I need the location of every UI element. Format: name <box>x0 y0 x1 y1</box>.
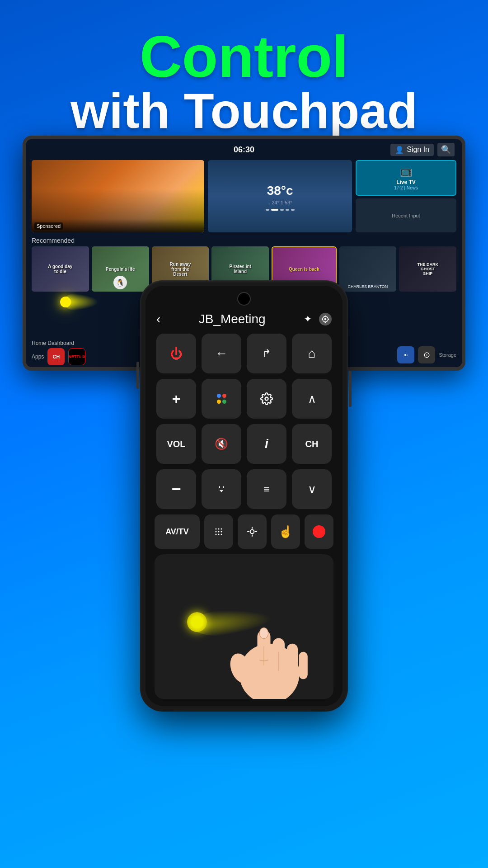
svg-point-9 <box>218 534 220 535</box>
tv-hero-row: Sponsored 38°c ↓ 24° 1:53° 📺 <box>26 160 462 232</box>
tv-topbar: 06:30 👤 Sign In 🔍 <box>26 139 462 160</box>
tv-thumb-6[interactable]: CHARLES BRANTON <box>339 246 397 292</box>
tv-storage-label: Storage <box>439 352 456 358</box>
header-title-line1: Control <box>27 27 461 86</box>
remote-home-btn[interactable]: ⌂ <box>292 334 332 373</box>
tv-app-extra[interactable]: ⊙ <box>418 346 435 363</box>
tv-recent-label: Recent Input <box>392 213 420 218</box>
remote-ch-up-btn[interactable]: ∧ <box>292 379 332 419</box>
tv-hero-featured[interactable]: Sponsored <box>32 160 204 232</box>
remote-vol-label: VOL <box>156 424 196 464</box>
remote-nav-back[interactable]: ‹ <box>156 312 160 326</box>
tv-thumb-label-5: Queen is back <box>287 265 321 273</box>
remote-header: ‹ JB_Meeting ✦ <box>145 308 343 334</box>
person-icon: 👤 <box>395 146 404 154</box>
tv-recommended-label: Recommended <box>32 237 456 244</box>
svg-point-11 <box>250 530 254 534</box>
remote-record-btn[interactable] <box>305 514 333 549</box>
phone-power-btn[interactable] <box>349 371 352 407</box>
hand-illustration <box>209 597 319 699</box>
tv-signin-btn[interactable]: 👤 Sign In <box>390 144 434 156</box>
tv-weather-card[interactable]: 38°c ↓ 24° 1:53° <box>208 160 352 232</box>
tv-homedash-label: Home Dashboard <box>32 340 74 346</box>
remote-vol-plus-btn[interactable]: + <box>156 379 196 419</box>
svg-point-1 <box>265 397 268 401</box>
tv-live-tv-card[interactable]: 📺 Live TV 17·2 | News <box>356 160 456 196</box>
remote-usb-btn[interactable] <box>202 469 241 509</box>
tv-apps-label: Apps <box>32 354 44 360</box>
remote-info-btn[interactable]: i <box>247 424 286 464</box>
remote-avtv-btn[interactable]: AV/TV <box>155 514 200 549</box>
tv-sponsored-label: Sponsored <box>34 222 63 230</box>
tv-right-apps: d+ ⊙ Storage <box>397 346 456 363</box>
remote-numpad-btn[interactable] <box>204 514 233 549</box>
tv-temperature: 38°c <box>267 184 293 198</box>
remote-ch-down-btn[interactable]: ∨ <box>292 469 332 509</box>
svg-rect-17 <box>299 652 307 679</box>
remote-google-btn[interactable] <box>202 379 241 419</box>
remote-ch-label: CH <box>292 424 332 464</box>
remote-row-1: ⏻ ← ↱ ⌂ <box>155 334 333 373</box>
remote-cursor-btn[interactable] <box>238 514 267 549</box>
svg-rect-16 <box>287 644 298 677</box>
remote-row-2: + ∧ <box>155 379 333 419</box>
tv-thumb-label-6: CHARLES BRANTON <box>347 284 388 289</box>
svg-point-4 <box>221 528 222 530</box>
remote-touch-btn[interactable]: ☝ <box>271 514 300 549</box>
phone-remote: ‹ JB_Meeting ✦ ⏻ ← ↱ ⌂ + <box>140 280 348 712</box>
remote-magic-icon[interactable]: ✦ <box>304 313 312 325</box>
record-indicator <box>313 525 325 538</box>
tv-thumb-7[interactable]: THE DARKGHOSTSHIP <box>399 246 456 292</box>
remote-device-name: JB_Meeting <box>199 312 266 326</box>
tv-time: 06:30 <box>234 145 254 154</box>
remote-header-icons: ✦ <box>304 313 332 326</box>
remote-row-3: VOL 🔇 i CH <box>155 424 333 464</box>
remote-bottom-row: AV/TV ☝ <box>145 514 343 549</box>
google-dot-blue <box>217 394 221 398</box>
tv-thumb-label-1: A good dayto die <box>32 246 89 292</box>
phone-camera-notch <box>237 292 251 306</box>
tv-app-ch[interactable]: CH <box>47 348 65 365</box>
touchpad-area[interactable] <box>155 554 333 699</box>
tv-thumb-label-7: THE DARKGHOSTSHIP <box>399 246 456 292</box>
tv-live-label: Live TV <box>396 179 416 185</box>
tv-thumb-2[interactable]: Penguin's life 🐧 <box>92 246 149 292</box>
tv-channel-label: 17·2 | News <box>394 185 418 190</box>
touchpad-cursor-dot <box>187 612 207 632</box>
svg-point-3 <box>218 528 220 530</box>
google-assistant-icon <box>216 393 227 404</box>
tv-thumb-1[interactable]: A good dayto die <box>32 246 89 292</box>
phone-screen: ‹ JB_Meeting ✦ ⏻ ← ↱ ⌂ + <box>145 286 343 706</box>
svg-point-20 <box>259 628 268 639</box>
google-dot-red <box>222 394 226 398</box>
tv-icon: 📺 <box>400 165 412 177</box>
remote-settings-btn[interactable] <box>247 379 286 419</box>
remote-row-4: − ≡ ∨ <box>155 469 333 509</box>
tv-app-discovery[interactable]: d+ <box>397 346 414 363</box>
svg-point-6 <box>218 531 220 533</box>
tv-app-netflix[interactable]: NETFLIX <box>68 348 85 365</box>
remote-vol-minus-btn[interactable]: − <box>156 469 196 509</box>
remote-back-btn[interactable]: ← <box>202 334 241 373</box>
remote-exit-btn[interactable]: ↱ <box>247 334 286 373</box>
google-dot-green <box>222 400 226 404</box>
svg-point-2 <box>216 528 217 530</box>
tv-recent-input[interactable]: Recent Input <box>356 198 456 232</box>
remote-power-btn[interactable]: ⏻ <box>156 334 196 373</box>
tv-search-btn[interactable]: 🔍 <box>437 143 455 156</box>
svg-point-8 <box>216 534 217 535</box>
header-title-line2: with Touchpad <box>27 86 461 136</box>
google-dot-yellow <box>217 400 221 404</box>
tv-side-cards: 📺 Live TV 17·2 | News Recent Input <box>356 160 456 232</box>
remote-buttons-grid: ⏻ ← ↱ ⌂ + ∧ <box>145 334 343 509</box>
remote-menu-btn[interactable]: ≡ <box>247 469 286 509</box>
phone-volume-btn[interactable] <box>136 362 139 389</box>
svg-point-10 <box>221 534 222 535</box>
svg-point-0 <box>324 318 327 321</box>
tv-temp-range: ↓ 24° 1:53° <box>268 200 292 205</box>
svg-point-5 <box>216 531 217 533</box>
phone-topbar <box>145 286 343 308</box>
app-header: Control with Touchpad <box>0 0 488 149</box>
remote-mute-btn[interactable]: 🔇 <box>202 424 241 464</box>
remote-settings-icon[interactable] <box>319 313 332 326</box>
